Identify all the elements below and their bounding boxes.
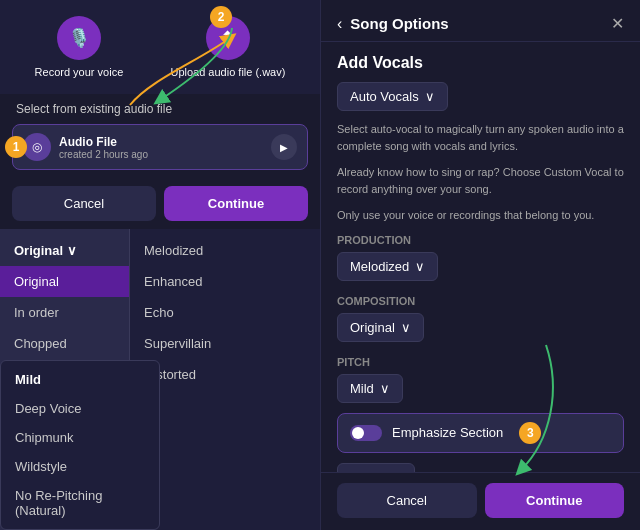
panel-cancel-button[interactable]: Cancel (337, 483, 477, 518)
composition-value: Original (350, 320, 395, 335)
sub-dropdown: Mild Deep Voice Chipmunk Wildstyle No Re… (0, 360, 160, 530)
dropdown-area: Original ∨ Original In order Chopped War… (0, 229, 320, 530)
panel-body: Add Vocals Auto Vocals ∨ Select auto-voc… (321, 42, 640, 472)
original-label: Original (14, 243, 63, 258)
step-badge-2: 2 (210, 6, 232, 28)
pitch-value: Mild (350, 381, 374, 396)
audio-file-icon: ◎ (23, 133, 51, 161)
close-icon[interactable]: ✕ (611, 14, 624, 33)
pitch-right-supervillain[interactable]: Supervillain (130, 328, 320, 359)
audio-info: Audio File created 2 hours ago (59, 135, 263, 160)
desc-text-2: Already know how to sing or rap? Choose … (337, 164, 624, 197)
discard-button[interactable]: Discard (337, 463, 415, 473)
emphasize-toggle[interactable] (350, 425, 382, 441)
back-arrow-icon[interactable]: ‹ (337, 15, 342, 33)
pitch-right-echo[interactable]: Echo (130, 297, 320, 328)
record-label: Record your voice (35, 66, 124, 78)
panel-footer: Cancel Continue (321, 472, 640, 530)
continue-button[interactable]: Continue (164, 186, 308, 221)
pitch-right-melodized[interactable]: Melodized (130, 235, 320, 266)
pitch-label: Pitch (337, 356, 624, 368)
select-label: Select from existing audio file (0, 94, 320, 120)
sub-item-deepvoice[interactable]: Deep Voice (1, 394, 159, 423)
production-dropdown[interactable]: Melodized ∨ (337, 252, 438, 281)
cancel-button[interactable]: Cancel (12, 186, 156, 221)
desc-text-3: Only use your voice or recordings that b… (337, 207, 624, 224)
bottom-btns: Cancel Continue (0, 178, 320, 229)
emphasize-label: Emphasize Section (392, 425, 503, 440)
desc-text-1: Select auto-vocal to magically turn any … (337, 121, 624, 154)
composition-label: Composition (337, 295, 624, 307)
audio-play-btn[interactable]: ▶ (271, 134, 297, 160)
pitch-item-inorder[interactable]: In order (0, 297, 129, 328)
auto-vocals-label: Auto Vocals (350, 89, 419, 104)
original-dropdown-header[interactable]: Original ∨ (0, 235, 129, 266)
panel-header: ‹ Song Options ✕ (321, 0, 640, 42)
production-label: Production (337, 234, 624, 246)
panel-continue-button[interactable]: Continue (485, 483, 625, 518)
composition-dropdown[interactable]: Original ∨ (337, 313, 424, 342)
mic-icon: 🎙️ (57, 16, 101, 60)
sub-item-mild[interactable]: Mild (1, 365, 159, 394)
add-vocals-title: Add Vocals (337, 54, 624, 72)
upload-area: 🎙️ Record your voice ⬆ Upload audio file… (0, 0, 320, 94)
audio-file-row[interactable]: ◎ Audio File created 2 hours ago ▶ 1 (12, 124, 308, 170)
sub-item-chipmunk[interactable]: Chipmunk (1, 423, 159, 452)
record-voice-btn[interactable]: 🎙️ Record your voice (35, 16, 124, 78)
pitch-right-enhanced[interactable]: Enhanced (130, 266, 320, 297)
pitch-item-original[interactable]: Original (0, 266, 129, 297)
audio-name: Audio File (59, 135, 263, 149)
production-value: Melodized (350, 259, 409, 274)
step-badge-3: 3 (519, 422, 541, 444)
panel-title: Song Options (350, 15, 603, 32)
chevron-down-icon: ∨ (425, 89, 435, 104)
chevron-composition-icon: ∨ (401, 320, 411, 335)
upload-label: Upload audio file (.wav) (170, 66, 285, 78)
emphasize-row: Emphasize Section 3 (337, 413, 624, 453)
sub-item-nore[interactable]: No Re-Pitching (Natural) (1, 481, 159, 525)
right-panel: ‹ Song Options ✕ Add Vocals Auto Vocals … (320, 0, 640, 530)
chevron-production-icon: ∨ (415, 259, 425, 274)
audio-time: created 2 hours ago (59, 149, 263, 160)
auto-vocals-dropdown[interactable]: Auto Vocals ∨ (337, 82, 448, 111)
chevron-icon: ∨ (67, 243, 77, 258)
chevron-pitch-icon: ∨ (380, 381, 390, 396)
left-panel: 🎙️ Record your voice ⬆ Upload audio file… (0, 0, 320, 530)
pitch-item-chopped[interactable]: Chopped (0, 328, 129, 359)
step-badge-1: 1 (5, 136, 27, 158)
pitch-dropdown[interactable]: Mild ∨ (337, 374, 403, 403)
sub-item-wildstyle[interactable]: Wildstyle (1, 452, 159, 481)
